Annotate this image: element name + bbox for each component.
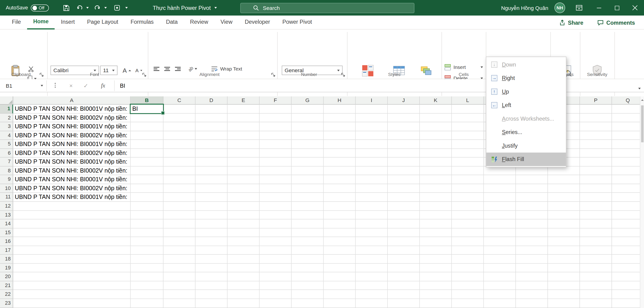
cell-B16[interactable] bbox=[131, 237, 164, 246]
cell-O15[interactable] bbox=[548, 228, 580, 237]
cell-H20[interactable] bbox=[324, 273, 356, 282]
cell-I22[interactable] bbox=[356, 290, 388, 299]
cell-K8[interactable] bbox=[420, 166, 452, 175]
cell-D17[interactable] bbox=[196, 246, 228, 255]
cell-M15[interactable] bbox=[484, 228, 516, 237]
cell-C20[interactable] bbox=[164, 273, 196, 282]
cell-F13[interactable] bbox=[260, 211, 292, 220]
cell-I11[interactable] bbox=[356, 193, 388, 202]
cell-G2[interactable] bbox=[292, 113, 324, 122]
cell-M19[interactable] bbox=[484, 264, 516, 273]
cell-D21[interactable] bbox=[196, 281, 228, 290]
cell-D1[interactable] bbox=[196, 105, 228, 114]
cell-N21[interactable] bbox=[516, 281, 548, 290]
cell-I6[interactable] bbox=[356, 149, 388, 158]
cell-Q23[interactable] bbox=[612, 299, 640, 308]
cell-H22[interactable] bbox=[324, 290, 356, 299]
row-header-18[interactable]: 18 bbox=[0, 255, 13, 264]
cell-O20[interactable] bbox=[548, 273, 580, 282]
cell-A10[interactable]: UBND P TAN SON NHI: BI0002V nộp tiền: bbox=[13, 184, 131, 193]
cell-E22[interactable] bbox=[228, 290, 260, 299]
tab-file[interactable]: File bbox=[6, 15, 27, 29]
cell-D13[interactable] bbox=[196, 211, 228, 220]
cell-N10[interactable] bbox=[516, 184, 548, 193]
cell-C21[interactable] bbox=[164, 281, 196, 290]
cell-N22[interactable] bbox=[516, 290, 548, 299]
row-header-19[interactable]: 19 bbox=[0, 264, 13, 273]
cell-A2[interactable]: UBND P TAN SON NHI: BI0002V nộp tiền: bbox=[13, 113, 131, 122]
cell-G10[interactable] bbox=[292, 184, 324, 193]
cell-H21[interactable] bbox=[324, 281, 356, 290]
alignment-dialog-launcher[interactable] bbox=[271, 71, 276, 76]
cell-H18[interactable] bbox=[324, 255, 356, 264]
cell-G20[interactable] bbox=[292, 273, 324, 282]
user-name[interactable]: Nguyễn Hồng Quân bbox=[501, 0, 548, 15]
cell-C19[interactable] bbox=[164, 264, 196, 273]
cell-G12[interactable] bbox=[292, 202, 324, 211]
name-box[interactable]: B1 bbox=[2, 80, 46, 91]
cell-K17[interactable] bbox=[420, 246, 452, 255]
cell-F16[interactable] bbox=[260, 237, 292, 246]
cell-I3[interactable] bbox=[356, 122, 388, 131]
cell-P17[interactable] bbox=[580, 246, 612, 255]
tab-developer[interactable]: Developer bbox=[238, 15, 276, 29]
cell-Q17[interactable] bbox=[612, 246, 640, 255]
cell-E2[interactable] bbox=[228, 113, 260, 122]
scrollbar-thumb[interactable] bbox=[641, 105, 643, 142]
cell-J21[interactable] bbox=[388, 281, 420, 290]
cell-F11[interactable] bbox=[260, 193, 292, 202]
cell-Q18[interactable] bbox=[612, 255, 640, 264]
cell-A22[interactable] bbox=[13, 290, 131, 299]
cell-B8[interactable] bbox=[131, 166, 164, 175]
row-header-8[interactable]: 8 bbox=[0, 166, 13, 175]
cell-L7[interactable] bbox=[452, 157, 484, 166]
cell-J1[interactable] bbox=[388, 105, 420, 114]
cell-O18[interactable] bbox=[548, 255, 580, 264]
cell-L10[interactable] bbox=[452, 184, 484, 193]
clipboard-dialog-launcher[interactable] bbox=[39, 71, 44, 76]
cell-B9[interactable] bbox=[131, 175, 164, 184]
cell-C10[interactable] bbox=[164, 184, 196, 193]
tab-page-layout[interactable]: Page Layout bbox=[81, 15, 124, 29]
cell-I2[interactable] bbox=[356, 113, 388, 122]
cell-C5[interactable] bbox=[164, 140, 196, 149]
cell-F8[interactable] bbox=[260, 166, 292, 175]
cell-K3[interactable] bbox=[420, 122, 452, 131]
cell-G4[interactable] bbox=[292, 131, 324, 140]
row-header-11[interactable]: 11 bbox=[0, 193, 13, 202]
cell-J6[interactable] bbox=[388, 149, 420, 158]
tab-formulas[interactable]: Formulas bbox=[124, 15, 160, 29]
cell-J4[interactable] bbox=[388, 131, 420, 140]
column-header-F[interactable]: F bbox=[260, 96, 292, 105]
cell-E6[interactable] bbox=[228, 149, 260, 158]
cell-C15[interactable] bbox=[164, 228, 196, 237]
cell-P22[interactable] bbox=[580, 290, 612, 299]
cell-K16[interactable] bbox=[420, 237, 452, 246]
cell-J19[interactable] bbox=[388, 264, 420, 273]
cell-P12[interactable] bbox=[580, 202, 612, 211]
cell-Q8[interactable] bbox=[612, 166, 640, 175]
cell-E21[interactable] bbox=[228, 281, 260, 290]
cell-P11[interactable] bbox=[580, 193, 612, 202]
cell-N13[interactable] bbox=[516, 211, 548, 220]
cell-I23[interactable] bbox=[356, 299, 388, 308]
cell-I9[interactable] bbox=[356, 175, 388, 184]
cell-K10[interactable] bbox=[420, 184, 452, 193]
autosave-toggle[interactable]: AutoSave Off bbox=[6, 0, 49, 15]
cell-D9[interactable] bbox=[196, 175, 228, 184]
tab-power-pivot[interactable]: Power Pivot bbox=[276, 15, 318, 29]
cell-P10[interactable] bbox=[580, 184, 612, 193]
cell-E7[interactable] bbox=[228, 157, 260, 166]
cell-F10[interactable] bbox=[260, 184, 292, 193]
cell-Q15[interactable] bbox=[612, 228, 640, 237]
cell-D7[interactable] bbox=[196, 157, 228, 166]
cell-E1[interactable] bbox=[228, 105, 260, 114]
cell-D2[interactable] bbox=[196, 113, 228, 122]
cell-F20[interactable] bbox=[260, 273, 292, 282]
menu-item-series[interactable]: Series... bbox=[486, 126, 566, 139]
cell-F9[interactable] bbox=[260, 175, 292, 184]
cell-E12[interactable] bbox=[228, 202, 260, 211]
cell-G21[interactable] bbox=[292, 281, 324, 290]
cell-C11[interactable] bbox=[164, 193, 196, 202]
cell-I13[interactable] bbox=[356, 211, 388, 220]
